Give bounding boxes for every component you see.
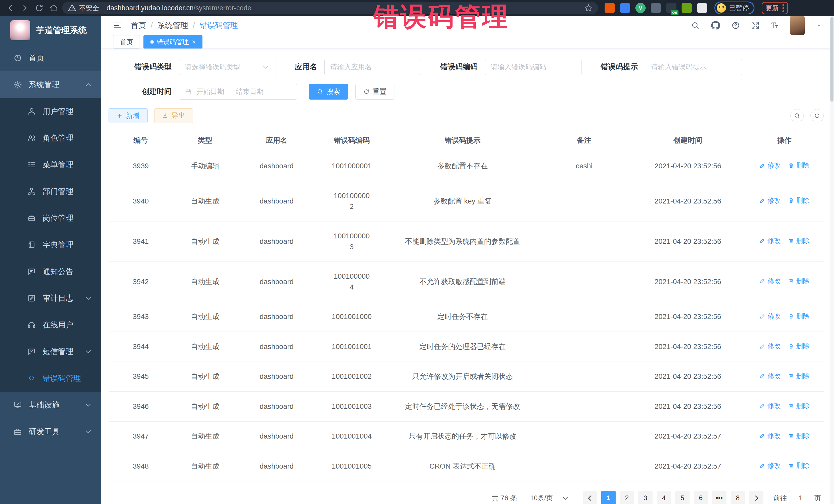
sidebar-item-gear[interactable]: 系统管理 bbox=[0, 71, 101, 98]
sidebar-item-book[interactable]: 字典管理 bbox=[0, 232, 101, 258]
page-button-5[interactable]: 5 bbox=[675, 491, 689, 504]
help-icon[interactable] bbox=[731, 21, 740, 30]
sidebar-item-message-check[interactable]: 短信管理 bbox=[0, 338, 101, 365]
orange-gear-extension[interactable] bbox=[605, 3, 615, 13]
error-code-input[interactable]: 请输入错误码编码 bbox=[485, 59, 582, 75]
sidebar-item-code[interactable]: 错误码管理 bbox=[0, 365, 101, 392]
page-button-6[interactable]: 6 bbox=[694, 491, 708, 504]
github-icon[interactable] bbox=[710, 20, 721, 30]
user-avatar[interactable] bbox=[790, 16, 805, 35]
address-bar[interactable]: 不安全 dashboard.yudao.iocoder.cn/system/er… bbox=[62, 2, 598, 14]
profile-paused-pill[interactable]: 已暂停 bbox=[715, 2, 754, 14]
calendar-icon bbox=[185, 88, 192, 95]
sidebar-item-monitor-check[interactable]: 基础设施 bbox=[0, 392, 101, 418]
page-button-8[interactable]: 8 bbox=[730, 491, 745, 504]
browser-reload-button[interactable] bbox=[34, 2, 45, 14]
refresh-table-button[interactable] bbox=[810, 109, 824, 123]
sidebar-item-sitemap[interactable]: 部门管理 bbox=[0, 178, 101, 205]
browser-menu-icon[interactable] bbox=[783, 4, 784, 12]
edit-row-link[interactable]: 修改 bbox=[759, 160, 781, 170]
tab-home[interactable]: 首页 bbox=[113, 35, 140, 48]
error-msg-input[interactable]: 请输入错误码提示 bbox=[645, 59, 742, 75]
search-button[interactable]: 搜索 bbox=[309, 84, 348, 100]
add-button[interactable]: 新增 bbox=[109, 108, 148, 123]
close-tab-icon[interactable]: × bbox=[192, 39, 196, 45]
browser-home-button[interactable] bbox=[48, 2, 60, 14]
blue-gem-extension[interactable] bbox=[620, 3, 630, 13]
page-button-3[interactable]: 3 bbox=[638, 491, 653, 504]
sidebar-item-menu-list[interactable]: 菜单管理 bbox=[0, 151, 101, 178]
show-search-toggle-button[interactable] bbox=[790, 109, 804, 123]
delete-row-link[interactable]: 删除 bbox=[788, 341, 810, 351]
delete-row-link[interactable]: 删除 bbox=[788, 196, 810, 205]
edit-row-link[interactable]: 修改 bbox=[759, 371, 781, 381]
page-button-1[interactable]: 1 bbox=[601, 491, 616, 504]
sidebar-item-toolbox[interactable]: 研发工具 bbox=[0, 418, 101, 445]
cell-id: 3939 bbox=[109, 151, 173, 181]
header-search-icon[interactable] bbox=[691, 21, 700, 30]
cell-type: 自动生成 bbox=[173, 452, 237, 481]
app-name-input[interactable]: 请输入应用名 bbox=[324, 59, 421, 75]
edit-row-link[interactable]: 修改 bbox=[759, 196, 781, 205]
prev-page-button[interactable] bbox=[583, 491, 597, 504]
breadcrumb-system[interactable]: 系统管理 bbox=[157, 20, 188, 31]
app-logo[interactable]: 芋道管理系统 bbox=[0, 16, 101, 45]
page-button-4[interactable]: 4 bbox=[657, 491, 671, 504]
error-type-select[interactable]: 请选择错误码类型 bbox=[179, 59, 276, 75]
delete-row-link[interactable]: 删除 bbox=[788, 236, 810, 246]
sidebar-item-pie-chart[interactable]: 首页 bbox=[0, 45, 101, 71]
export-button[interactable]: 导出 bbox=[154, 108, 193, 123]
browser-forward-button[interactable] bbox=[19, 2, 31, 14]
delete-row-link[interactable]: 删除 bbox=[788, 311, 810, 321]
goto-page-input[interactable]: 1 bbox=[789, 491, 812, 504]
reset-button[interactable]: 重置 bbox=[355, 84, 394, 100]
page-size-select[interactable]: 10条/页 bbox=[525, 491, 575, 504]
font-size-icon[interactable] bbox=[770, 21, 779, 30]
sidebar-item-user[interactable]: 用户管理 bbox=[0, 98, 101, 125]
user-menu-caret-icon[interactable] bbox=[815, 22, 822, 29]
sidebar-item-label: 用户管理 bbox=[43, 106, 93, 117]
delete-row-link[interactable]: 删除 bbox=[788, 276, 810, 286]
green-tool-extension[interactable] bbox=[682, 3, 692, 13]
edit-row-link[interactable]: 修改 bbox=[759, 461, 781, 470]
grid-extension[interactable] bbox=[651, 3, 661, 13]
tab-error-code[interactable]: 错误码管理× bbox=[144, 35, 202, 48]
page-ellipsis[interactable]: ••• bbox=[712, 491, 726, 504]
edit-row-link[interactable]: 修改 bbox=[759, 236, 781, 246]
bookmark-star-icon[interactable] bbox=[584, 4, 593, 12]
cell-type: 自动生成 bbox=[173, 392, 237, 422]
page-scrollbar[interactable] bbox=[830, 16, 834, 504]
scrollbar-thumb[interactable] bbox=[830, 17, 833, 102]
page-button-2[interactable]: 2 bbox=[620, 491, 634, 504]
delete-row-link[interactable]: 删除 bbox=[788, 160, 810, 170]
vue-devtools-extension[interactable]: V bbox=[635, 3, 646, 13]
delete-row-link[interactable]: 删除 bbox=[788, 401, 810, 411]
edit-row-link[interactable]: 修改 bbox=[759, 276, 781, 286]
collapse-sidebar-button[interactable] bbox=[113, 21, 122, 30]
sidebar-item-headset[interactable]: 在线用户 bbox=[0, 311, 101, 338]
edit-row-link[interactable]: 修改 bbox=[759, 401, 781, 411]
sidebar-item-users[interactable]: 角色管理 bbox=[0, 125, 101, 151]
sidebar-item-briefcase[interactable]: 岗位管理 bbox=[0, 205, 101, 232]
edit-row-link[interactable]: 修改 bbox=[759, 431, 781, 441]
delete-row-link[interactable]: 删除 bbox=[788, 431, 810, 441]
fullscreen-icon[interactable] bbox=[751, 21, 760, 30]
proxy-extension[interactable]: on bbox=[666, 3, 676, 13]
breadcrumb-home[interactable]: 首页 bbox=[131, 20, 146, 31]
create-time-range-picker[interactable]: 开始日期 - 结束日期 bbox=[179, 84, 297, 100]
sidebar-item-label: 字典管理 bbox=[43, 240, 93, 250]
next-page-button[interactable] bbox=[749, 491, 764, 504]
browser-back-button[interactable] bbox=[5, 2, 17, 14]
browser-update-button[interactable]: 更新 bbox=[762, 2, 788, 14]
delete-row-link[interactable]: 删除 bbox=[788, 371, 810, 381]
delete-row-link[interactable]: 删除 bbox=[788, 461, 810, 470]
cell-type: 自动生成 bbox=[173, 421, 237, 452]
sidebar-item-edit-doc[interactable]: 审计日志 bbox=[0, 285, 101, 311]
edit-row-link[interactable]: 修改 bbox=[759, 311, 781, 321]
sidebar-item-label: 审计日志 bbox=[43, 293, 77, 304]
search-icon bbox=[317, 88, 323, 95]
cell-id: 3942 bbox=[109, 262, 173, 302]
puzzle-extension[interactable] bbox=[697, 3, 707, 13]
sidebar-item-megaphone[interactable]: 通知公告 bbox=[0, 258, 101, 285]
edit-row-link[interactable]: 修改 bbox=[759, 341, 781, 351]
